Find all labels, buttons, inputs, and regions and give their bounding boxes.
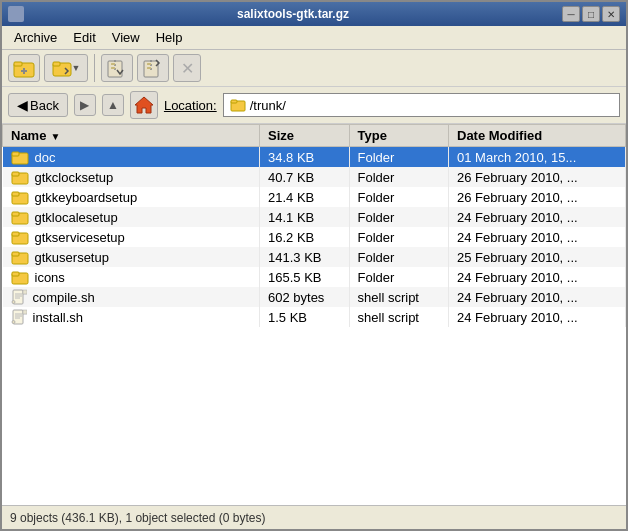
cell-date: 24 February 2010, ... — [449, 267, 626, 287]
maximize-button[interactable]: □ — [582, 6, 600, 22]
cell-date: 01 March 2010, 15... — [449, 147, 626, 168]
folder-icon — [11, 229, 29, 245]
home-button[interactable] — [130, 91, 158, 119]
svg-rect-13 — [147, 67, 151, 69]
svg-rect-1 — [14, 62, 22, 66]
cell-date: 24 February 2010, ... — [449, 207, 626, 227]
folder-icon — [11, 249, 29, 265]
cell-size: 602 bytes — [260, 287, 350, 307]
script-icon — [11, 289, 27, 305]
cell-date: 25 February 2010, ... — [449, 247, 626, 267]
svg-rect-16 — [231, 100, 237, 103]
svg-rect-18 — [12, 152, 19, 156]
toolbar-separator-1 — [94, 54, 95, 82]
menu-item-view[interactable]: View — [104, 28, 148, 47]
cell-size: 14.1 KB — [260, 207, 350, 227]
file-name: gtklocalesetup — [35, 210, 118, 225]
minimize-button[interactable]: ─ — [562, 6, 580, 22]
cell-name: doc — [3, 147, 260, 168]
status-text: 9 objects (436.1 KB), 1 object selected … — [10, 511, 265, 525]
close-button[interactable]: ✕ — [602, 6, 620, 22]
cell-type: Folder — [349, 267, 448, 287]
menu-item-archive[interactable]: Archive — [6, 28, 65, 47]
cell-type: Folder — [349, 207, 448, 227]
window-title: salixtools-gtk.tar.gz — [24, 7, 562, 21]
cell-date: 24 February 2010, ... — [449, 307, 626, 327]
cell-type: Folder — [349, 247, 448, 267]
svg-rect-26 — [12, 232, 19, 236]
stop-button[interactable]: ✕ — [173, 54, 201, 82]
open-button[interactable]: ▼ — [44, 54, 88, 82]
cell-type: shell script — [349, 307, 448, 327]
window-controls: ─ □ ✕ — [562, 6, 620, 22]
cell-size: 165.5 KB — [260, 267, 350, 287]
col-header-date[interactable]: Date Modified — [449, 125, 626, 147]
cell-name: gtklocalesetup — [3, 207, 260, 227]
up-button[interactable]: ▲ — [102, 94, 124, 116]
file-table: Name▼ Size Type Date Modified doc34.8 KB… — [2, 124, 626, 327]
folder-icon — [11, 149, 29, 165]
svg-rect-33 — [23, 290, 27, 294]
location-bar[interactable]: /trunk/ — [223, 93, 620, 117]
new-folder-button[interactable] — [8, 54, 40, 82]
cell-name: compile.sh — [3, 287, 260, 307]
menu-bar: ArchiveEditViewHelp — [2, 26, 626, 50]
cell-date: 24 February 2010, ... — [449, 287, 626, 307]
cell-size: 40.7 KB — [260, 167, 350, 187]
table-row[interactable]: compile.sh602 bytesshell script24 Februa… — [3, 287, 626, 307]
svg-rect-12 — [147, 63, 151, 65]
svg-point-37 — [12, 301, 15, 304]
file-name: gtkkeyboardsetup — [35, 190, 138, 205]
svg-marker-14 — [135, 97, 153, 113]
svg-rect-8 — [111, 63, 115, 65]
extract-button[interactable] — [101, 54, 133, 82]
nav-bar: ◀ Back ▶ ▲ Location: /trunk/ — [2, 87, 626, 124]
forward-button[interactable]: ▶ — [74, 94, 96, 116]
table-row[interactable]: icons165.5 KBFolder24 February 2010, ... — [3, 267, 626, 287]
table-row[interactable]: gtkservicesetup16.2 KBFolder24 February … — [3, 227, 626, 247]
table-row[interactable]: gtkusersetup141.3 KBFolder25 February 20… — [3, 247, 626, 267]
cell-size: 21.4 KB — [260, 187, 350, 207]
table-row[interactable]: gtkclocksetup40.7 KBFolder26 February 20… — [3, 167, 626, 187]
file-name: gtkservicesetup — [35, 230, 125, 245]
svg-rect-40 — [23, 310, 27, 314]
main-window: salixtools-gtk.tar.gz ─ □ ✕ ArchiveEditV… — [0, 0, 628, 531]
cell-name: gtkkeyboardsetup — [3, 187, 260, 207]
col-header-size[interactable]: Size — [260, 125, 350, 147]
window-icon — [8, 6, 24, 22]
col-header-type[interactable]: Type — [349, 125, 448, 147]
svg-rect-30 — [12, 272, 19, 276]
col-header-name[interactable]: Name▼ — [3, 125, 260, 147]
svg-rect-24 — [12, 212, 19, 216]
back-button[interactable]: ◀ Back — [8, 93, 68, 117]
script-icon — [11, 309, 27, 325]
svg-rect-5 — [53, 62, 60, 66]
title-bar: salixtools-gtk.tar.gz ─ □ ✕ — [2, 2, 626, 26]
menu-item-help[interactable]: Help — [148, 28, 191, 47]
cell-size: 141.3 KB — [260, 247, 350, 267]
cell-date: 24 February 2010, ... — [449, 227, 626, 247]
file-name: icons — [35, 270, 65, 285]
cell-size: 1.5 KB — [260, 307, 350, 327]
file-list-scroll[interactable]: Name▼ Size Type Date Modified doc34.8 KB… — [2, 124, 626, 505]
folder-icon — [11, 269, 29, 285]
cell-size: 16.2 KB — [260, 227, 350, 247]
table-row[interactable]: doc34.8 KBFolder01 March 2010, 15... — [3, 147, 626, 168]
svg-rect-22 — [12, 192, 19, 196]
location-label: Location: — [164, 98, 217, 113]
file-name: install.sh — [33, 310, 84, 325]
add-button[interactable] — [137, 54, 169, 82]
svg-rect-9 — [111, 67, 115, 69]
cell-type: Folder — [349, 167, 448, 187]
cell-date: 26 February 2010, ... — [449, 187, 626, 207]
svg-rect-28 — [12, 252, 19, 256]
file-name: gtkclocksetup — [35, 170, 114, 185]
table-row[interactable]: gtklocalesetup14.1 KBFolder24 February 2… — [3, 207, 626, 227]
toolbar: ▼ ✕ — [2, 50, 626, 87]
cell-type: Folder — [349, 227, 448, 247]
cell-date: 26 February 2010, ... — [449, 167, 626, 187]
table-row[interactable]: gtkkeyboardsetup21.4 KBFolder26 February… — [3, 187, 626, 207]
menu-item-edit[interactable]: Edit — [65, 28, 103, 47]
table-row[interactable]: install.sh1.5 KBshell script24 February … — [3, 307, 626, 327]
file-name: gtkusersetup — [35, 250, 109, 265]
